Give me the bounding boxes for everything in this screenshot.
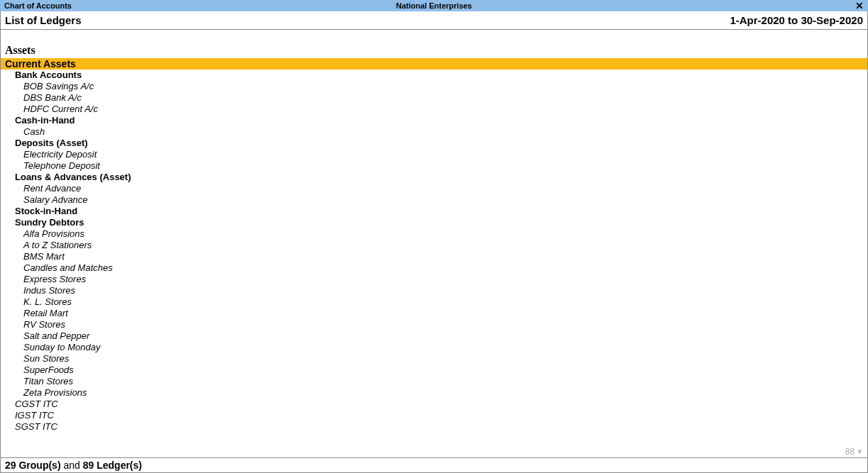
footer-groups-label: Group(s)	[16, 460, 64, 471]
titlebar-left: Chart of Accounts	[4, 1, 72, 10]
report-header: List of Ledgers 1-Apr-2020 to 30-Sep-202…	[1, 11, 867, 30]
ledger-row[interactable]: Express Stores	[1, 274, 867, 285]
main-panel: List of Ledgers 1-Apr-2020 to 30-Sep-202…	[0, 11, 868, 473]
footer-ledgers-count: 89	[83, 460, 94, 471]
ledger-row[interactable]: CGST ITC	[1, 399, 867, 410]
footer-and: and	[63, 460, 82, 471]
ledger-row[interactable]: Candles and Matches	[1, 262, 867, 274]
pager-count: 88	[845, 447, 855, 457]
ledger-row[interactable]: Titan Stores	[1, 376, 867, 387]
ledger-tree: Bank Accounts BOB Savings A/c DBS Bank A…	[1, 69, 867, 433]
ledger-row[interactable]: K. L. Stores	[1, 296, 867, 308]
ledger-row[interactable]: Salary Advance	[1, 194, 867, 206]
chevron-down-icon: ▼	[857, 448, 863, 455]
ledger-row[interactable]: SuperFoods	[1, 365, 867, 376]
group-deposits-asset[interactable]: Deposits (Asset)	[1, 138, 867, 149]
ledger-row[interactable]: Sunday to Monday	[1, 342, 867, 353]
group-bank-accounts[interactable]: Bank Accounts	[1, 69, 867, 81]
ledger-row[interactable]: RV Stores	[1, 319, 867, 330]
group-cash-in-hand[interactable]: Cash-in-Hand	[1, 115, 867, 126]
group-stock-in-hand[interactable]: Stock-in-Hand	[1, 206, 867, 217]
ledger-row[interactable]: Telephone Deposit	[1, 160, 867, 172]
titlebar-center: National Enterprises	[396, 1, 472, 10]
ledger-row[interactable]: Sun Stores	[1, 353, 867, 365]
footer-ledgers-label: Ledger(s)	[94, 460, 142, 471]
footer-groups-count: 29	[5, 460, 16, 471]
ledger-row[interactable]: Cash	[1, 126, 867, 138]
report-period: 1-Apr-2020 to 30-Sep-2020	[730, 14, 863, 26]
ledger-row[interactable]: Salt and Pepper	[1, 330, 867, 342]
ledger-row[interactable]: Retail Mart	[1, 308, 867, 319]
group-loans-advances[interactable]: Loans & Advances (Asset)	[1, 172, 867, 183]
ledger-row[interactable]: Electricity Deposit	[1, 149, 867, 160]
report-title: List of Ledgers	[5, 14, 82, 26]
ledger-row[interactable]: BOB Savings A/c	[1, 81, 867, 92]
ledger-row[interactable]: IGST ITC	[1, 410, 867, 421]
section-assets: Assets	[1, 44, 867, 58]
footer-summary: 29 Group(s) and 89 Ledger(s)	[1, 457, 867, 472]
ledger-row[interactable]: HDFC Current A/c	[1, 104, 867, 115]
group-sundry-debtors[interactable]: Sundry Debtors	[1, 217, 867, 228]
ledger-row[interactable]: A to Z Stationers	[1, 240, 867, 251]
ledger-row[interactable]: Alfa Provisions	[1, 228, 867, 240]
close-icon[interactable]: ✕	[855, 1, 864, 11]
row-current-assets[interactable]: Current Assets	[1, 58, 867, 69]
titlebar: Chart of Accounts National Enterprises ✕	[0, 0, 868, 11]
ledger-row[interactable]: Rent Advance	[1, 183, 867, 194]
ledger-row[interactable]: DBS Bank A/c	[1, 92, 867, 104]
ledger-row[interactable]: Indus Stores	[1, 285, 867, 296]
ledger-row[interactable]: BMS Mart	[1, 251, 867, 262]
ledger-row[interactable]: SGST ITC	[1, 421, 867, 433]
pager-more[interactable]: 88 ▼	[845, 447, 863, 457]
ledger-row[interactable]: Zeta Provisions	[1, 387, 867, 399]
